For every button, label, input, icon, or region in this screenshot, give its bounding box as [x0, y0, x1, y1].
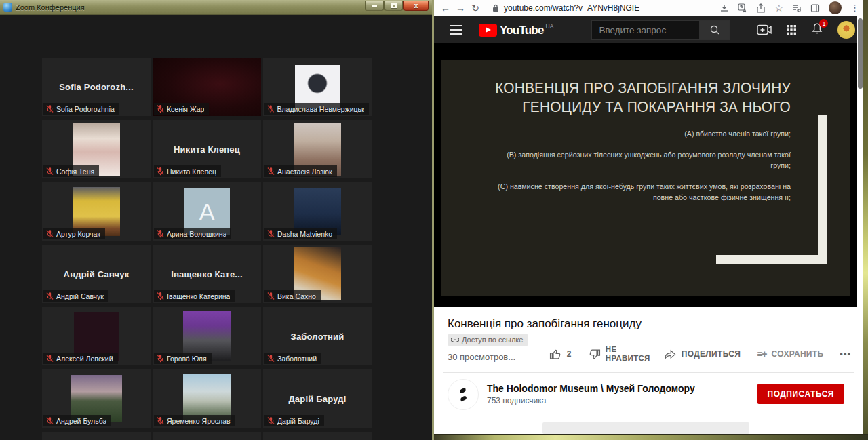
bookmark-star-icon[interactable]: ☆ [774, 3, 783, 14]
muted-mic-icon [46, 229, 54, 238]
participant-label: Алексей Лепский [56, 355, 113, 363]
participant-tile[interactable]: Яременко Ярослав [153, 369, 261, 428]
playlist-icon[interactable] [792, 3, 802, 13]
youtube-profile-avatar[interactable] [837, 21, 855, 39]
muted-mic-icon [46, 416, 54, 425]
slide-bracket-vertical [818, 115, 827, 264]
back-icon[interactable]: ← [438, 3, 453, 14]
share-arrow-icon [664, 348, 677, 360]
more-actions-icon[interactable]: ••• [840, 349, 851, 359]
search-input[interactable]: Введите запрос [591, 20, 700, 40]
channel-logo-icon [454, 386, 472, 403]
participant-label: Софія Теня [56, 167, 94, 176]
share-label: ПОДЕЛИТЬСЯ [682, 349, 741, 359]
video-actions: 2 НЕ НРАВИТСЯ ПОДЕЛИТЬСЯ ≡+ СОХРАНИТ [549, 345, 851, 363]
apps-grid-icon[interactable] [786, 24, 797, 35]
participant-label: Андрій Савчук [56, 292, 104, 300]
description-placeholder [542, 422, 749, 434]
like-button[interactable]: 2 [549, 348, 572, 361]
participant-tile[interactable]: Іващенко Кате... Іващенко Катерина [153, 245, 261, 303]
participant-tile[interactable]: Андрій Савчук Андрій Савчук [42, 245, 151, 303]
notifications-button[interactable]: 1 [811, 22, 823, 37]
search-button[interactable] [700, 20, 730, 40]
page-scrollbar[interactable] [857, 16, 863, 434]
browser-profile-avatar[interactable] [829, 1, 842, 14]
participant-name-chip: Іващенко Катерина [154, 290, 235, 302]
participant-tile[interactable]: А Арина Волошкина [153, 182, 261, 241]
address-bar-icons: ☆ ⋮ [719, 1, 859, 14]
muted-mic-icon [267, 292, 275, 300]
participant-tile[interactable]: Sofia Podorozh... Sofia Podorozhnia [42, 58, 151, 116]
slide-text: КОНВЕНЦІЯ ПРО ЗАПОБІГАННЯ ЗЛОЧИНУ ГЕНОЦИ… [491, 79, 791, 213]
video-info: Конвенція про запобігання геноциду Досту… [434, 307, 863, 434]
channel-name[interactable]: The Holodomor Museum \ Музей Голодомору [487, 383, 695, 394]
participant-tile[interactable]: Вика Сахно [263, 245, 372, 303]
minimize-button[interactable] [365, 1, 384, 11]
youtube-logo[interactable]: YouTube UA [479, 23, 553, 37]
save-button[interactable]: ≡+ СОХРАНИТЬ [757, 348, 823, 359]
browser-menu-icon[interactable]: ⋮ [850, 3, 859, 13]
hamburger-menu-icon[interactable] [450, 25, 462, 35]
participant-tile[interactable]: Софія Теня [42, 120, 151, 178]
search-icon [709, 24, 720, 35]
thumb-up-icon [549, 348, 562, 361]
muted-mic-icon [46, 292, 54, 300]
muted-mic-icon [157, 354, 164, 363]
divider [443, 372, 854, 373]
participant-tile[interactable]: Дарій Баруді Дарій Баруді [263, 369, 372, 428]
participant-tile[interactable]: Горова́ Юля [153, 307, 261, 365]
participant-tile[interactable]: Анастасія Лазюк [263, 120, 372, 178]
presentation-slide: КОНВЕНЦІЯ ПРО ЗАПОБІГАННЯ ЗЛОЧИНУ ГЕНОЦИ… [441, 60, 850, 296]
participant-tile[interactable]: Андрей Бульба [42, 369, 151, 428]
participant-name-chip: Горова́ Юля [154, 353, 212, 364]
slide-item-c: (C) навмисне створення для якої-небудь г… [491, 182, 791, 203]
maximize-button[interactable] [384, 1, 403, 11]
slide-item-b: (B) заподіяння серйозних тілесних ушкодж… [491, 150, 791, 172]
view-count: 30 просмотров... [448, 352, 515, 362]
youtube-header: YouTube UA Введите запрос [434, 16, 857, 43]
participant-label: Яременко Ярослав [167, 417, 231, 425]
participant-label: Андрей Бульба [56, 417, 106, 425]
participant-name-chip: Анастасія Лазюк [264, 165, 337, 177]
maximize-icon [391, 3, 397, 8]
video-player[interactable]: КОНВЕНЦІЯ ПРО ЗАПОБІГАННЯ ЗЛОЧИНУ ГЕНОЦИ… [434, 43, 857, 307]
window-controls: x [364, 1, 429, 11]
scrollbar-thumb[interactable] [858, 18, 863, 89]
browser-address-bar: ← → ↻ youtube.com/watch?v=AYNvH8jNGIE [434, 0, 863, 16]
muted-mic-icon [157, 104, 164, 113]
zoom-titlebar[interactable]: Zoom Конференция x [0, 0, 432, 15]
participant-tile-partial [153, 432, 261, 440]
screen: Zoom Конференция x Sofia Podorozh... Sof… [0, 0, 868, 440]
translate-icon[interactable] [738, 3, 747, 13]
participant-tile[interactable]: Заболотний Заболотний [263, 307, 372, 365]
zoom-content: Sofia Podorozh... Sofia Podorozhnia Ксен… [0, 15, 432, 440]
close-button[interactable]: x [403, 1, 429, 11]
participant-tile[interactable]: Артур Корчак [42, 182, 151, 241]
reload-icon[interactable]: ↻ [468, 3, 483, 14]
share-button[interactable]: ПОДЕЛИТЬСЯ [664, 348, 741, 360]
side-panel-icon[interactable] [810, 3, 820, 13]
browser-window: ← → ↻ youtube.com/watch?v=AYNvH8jNGIE [434, 0, 863, 434]
participant-name-chip: Dasha Matvienko [264, 228, 337, 239]
share-icon[interactable] [756, 3, 766, 13]
participant-tile[interactable]: Ксенія Жар [153, 58, 261, 116]
subscribe-button[interactable]: ПОДПИСАТЬСЯ [757, 384, 844, 404]
muted-mic-icon [46, 167, 54, 176]
participant-label: Арина Волошкина [167, 230, 226, 238]
url-bar[interactable]: youtube.com/watch?v=AYNvH8jNGIE [492, 3, 719, 13]
participant-tile[interactable]: Владислава Невмержицька [263, 58, 372, 116]
create-video-icon[interactable] [757, 24, 772, 35]
participant-label: Никита Клепец [167, 167, 216, 176]
participant-tile[interactable]: Никита Клепец Никита Клепец [153, 120, 261, 178]
channel-avatar[interactable] [448, 379, 479, 410]
participant-label: Іващенко Катерина [167, 292, 230, 300]
participant-label: Dasha Matvienko [277, 230, 332, 238]
notification-badge: 1 [819, 19, 828, 28]
participant-name-chip: Sofia Podorozhnia [43, 103, 119, 115]
forward-icon[interactable]: → [453, 3, 468, 14]
participant-tile[interactable]: Алексей Лепский [42, 307, 151, 365]
participant-tile[interactable]: Dasha Matvienko [263, 182, 372, 241]
dislike-button[interactable]: НЕ НРАВИТСЯ [588, 345, 648, 363]
download-icon[interactable] [719, 3, 729, 13]
youtube-search: Введите запрос [591, 20, 730, 40]
